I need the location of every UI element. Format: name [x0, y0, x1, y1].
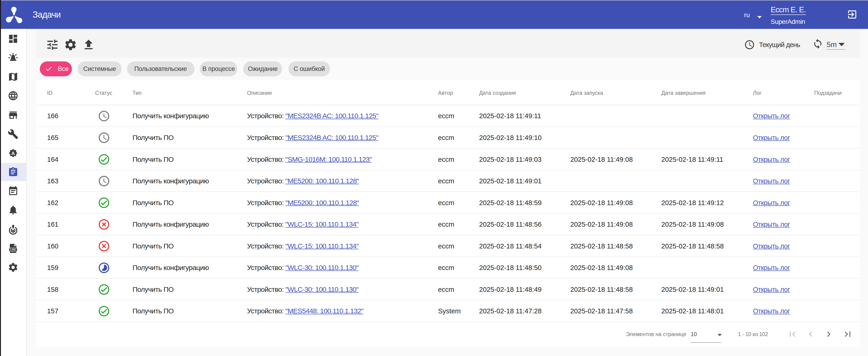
svg-text:LOG: LOG	[10, 248, 16, 251]
svg-text:A: A	[11, 151, 15, 156]
